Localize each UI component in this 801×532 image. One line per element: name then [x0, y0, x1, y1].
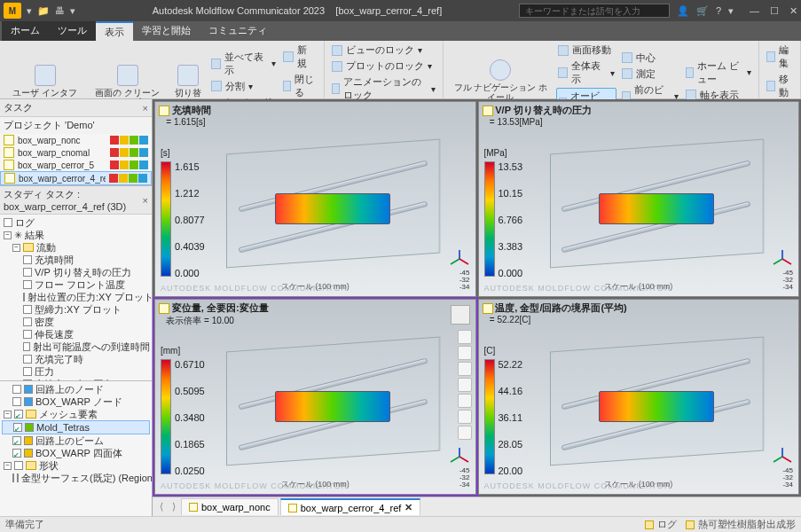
task-panel-pin-icon[interactable]: ×: [143, 103, 148, 113]
layer-group-mesh[interactable]: −メッシュ要素: [2, 408, 150, 420]
signin-icon[interactable]: 👤: [677, 5, 689, 17]
layer-checkbox[interactable]: [12, 436, 21, 445]
help-icon[interactable]: ?: [716, 5, 721, 17]
project-item[interactable]: box_warp_cerror_4_ref: [0, 171, 152, 185]
model-view[interactable]: [217, 137, 449, 270]
status-process[interactable]: 熱可塑性樹脂射出成形: [686, 518, 796, 531]
viewport[interactable]: 充填時間 = 1.615[s] [s] 1.6151.2120.80770.40…: [154, 101, 476, 297]
result-item[interactable]: 射出可能温度への到達時間: [2, 340, 150, 353]
tab-community[interactable]: コミュニティ: [200, 21, 276, 41]
viewport-tool-icon[interactable]: [458, 410, 472, 424]
cart-icon[interactable]: 🛒: [696, 5, 709, 17]
close-view-button[interactable]: 閉じる: [281, 72, 318, 100]
fit-button[interactable]: 全体表示 ▾: [556, 59, 617, 87]
layer-item[interactable]: BOX_WARP ノード: [2, 395, 150, 408]
layer-item[interactable]: 回路上のノード: [2, 383, 150, 395]
maximize-icon[interactable]: ☐: [770, 5, 779, 17]
tab-view[interactable]: 表示: [96, 21, 133, 41]
ribbon-tabs: ホーム ツール 表示 学習と開始 コミュニティ: [0, 21, 801, 41]
layer-item[interactable]: 金型サーフェス(既定) (Regions: [2, 472, 150, 484]
model-view[interactable]: [217, 335, 449, 467]
result-item[interactable]: 充填時間: [2, 254, 150, 266]
result-item[interactable]: 伸長速度: [2, 328, 150, 340]
result-item[interactable]: 密度: [2, 316, 150, 328]
viewport-tool-icon[interactable]: [458, 426, 472, 440]
layer-checkbox[interactable]: [12, 449, 21, 458]
viewport[interactable]: V/P 切り替え時の圧力 = 13.53[MPa] [MPa] 13.5310.…: [478, 101, 800, 297]
center-button[interactable]: 中心: [620, 51, 679, 66]
measure-button[interactable]: 測定: [620, 66, 679, 82]
project-item[interactable]: box_warp_cerror_5: [0, 159, 152, 171]
status-log[interactable]: ログ: [645, 518, 677, 531]
pan-button[interactable]: 画面移動: [556, 43, 617, 58]
lock-plot-button[interactable]: プロットのロック ▾: [330, 59, 437, 74]
result-item[interactable]: 充填完了時: [2, 353, 150, 365]
result-item[interactable]: V/P 切り替え時の圧力: [2, 266, 150, 278]
edit-section-button[interactable]: 編集: [765, 43, 795, 71]
color-legend: [MPa] 13.5310.156.7663.3830.000: [484, 148, 516, 278]
doc-icon: [288, 504, 297, 512]
viewport[interactable]: 変位量, 全要因:変位量 表示倍率 = 10.00 [mm] 0.67100.5…: [154, 299, 476, 495]
tab-learn[interactable]: 学習と開始: [133, 21, 200, 41]
layer-item[interactable]: Mold_Tetras: [2, 420, 150, 434]
svg-line-1: [459, 259, 468, 264]
tree-log[interactable]: ログ: [2, 216, 150, 229]
viewport-header: 充填時間 = 1.615[s]: [159, 104, 211, 127]
viewport-tool-icon[interactable]: [458, 394, 472, 408]
result-item[interactable]: 圧力: [2, 365, 150, 378]
tab-scroll-right-icon[interactable]: ⟩: [169, 501, 179, 512]
lock-view-button[interactable]: ビューのロック ▾: [330, 43, 437, 58]
viewport[interactable]: 温度, 金型/回路の境界面(平均) = 52.22[C] [C] 52.2244…: [478, 299, 800, 495]
qat-save-icon[interactable]: ▾: [27, 5, 32, 17]
split-button[interactable]: 分割 ▾: [209, 79, 278, 94]
new-button[interactable]: 新規: [281, 43, 318, 71]
document-tab[interactable]: box_warp_nonc: [181, 498, 279, 515]
layer-label: BOX_WARP ノード: [35, 395, 122, 408]
result-item[interactable]: 射出位置の圧力:XY プロット: [2, 291, 150, 303]
document-tab[interactable]: box_warp_cerror_4_ref✕: [280, 498, 421, 515]
project-item[interactable]: box_warp_cnomal: [0, 146, 152, 159]
viewcube-icon[interactable]: [451, 305, 470, 325]
dropdown-icon[interactable]: ▾: [728, 5, 734, 17]
tab-home[interactable]: ホーム: [2, 21, 49, 41]
tab-scroll-left-icon[interactable]: ⟨: [156, 501, 167, 512]
tree-results[interactable]: −✳結果: [2, 229, 150, 241]
status-text: 準備完了: [5, 518, 44, 531]
layer-checkbox[interactable]: [12, 397, 21, 406]
layer-checkbox[interactable]: [12, 385, 21, 394]
tab-close-icon[interactable]: ✕: [404, 502, 412, 513]
layer-item[interactable]: BOX_WARP 四面体: [2, 447, 150, 459]
tree-flow[interactable]: −流動: [2, 241, 150, 254]
view-triad-icon: -45-32-34: [449, 248, 470, 291]
qat-print-icon[interactable]: 🖶: [55, 5, 65, 17]
model-view[interactable]: [541, 335, 773, 467]
svg-line-8: [451, 457, 459, 462]
layer-checkbox[interactable]: [13, 423, 22, 432]
home-view-button[interactable]: ホーム ビュー ▾: [684, 59, 753, 87]
layer-group-shape[interactable]: −形状: [2, 459, 150, 472]
legend-bar: [484, 161, 495, 277]
tile-button[interactable]: 並べて表示 ▾: [209, 50, 278, 78]
svg-line-4: [782, 259, 791, 264]
study-panel-close-icon[interactable]: ×: [143, 195, 148, 206]
layer-checkbox[interactable]: [12, 473, 14, 482]
close-icon[interactable]: ✕: [789, 5, 797, 17]
viewport-tool-icon[interactable]: [458, 346, 472, 360]
study-tree: ログ −✳結果 −流動 充填時間V/P 切り替え時の圧力フロー フロント温度射出…: [0, 215, 152, 381]
model-view[interactable]: [541, 137, 773, 270]
tab-tool[interactable]: ツール: [49, 21, 96, 41]
result-item[interactable]: 型締力:XY プロット: [2, 303, 150, 316]
scale-label: スケール (100 mm): [604, 479, 672, 490]
move-section-button[interactable]: 移動: [765, 72, 795, 100]
viewport-tool-icon[interactable]: [458, 362, 472, 376]
search-input[interactable]: [519, 4, 670, 18]
project-item[interactable]: box_warp_nonc: [0, 134, 152, 146]
full-nav-wheel-button[interactable]: フル ナビゲーション ホイール: [449, 58, 552, 104]
minimize-icon[interactable]: —: [750, 5, 759, 17]
layer-item[interactable]: 回路上のビーム: [2, 434, 150, 447]
doc-tab-label: box_warp_cerror_4_ref: [301, 503, 402, 513]
qat-open-icon[interactable]: 📁: [37, 5, 50, 17]
result-item[interactable]: フロー フロント温度: [2, 278, 150, 291]
viewport-tool-icon[interactable]: [458, 330, 472, 344]
viewport-tool-icon[interactable]: [458, 378, 472, 392]
